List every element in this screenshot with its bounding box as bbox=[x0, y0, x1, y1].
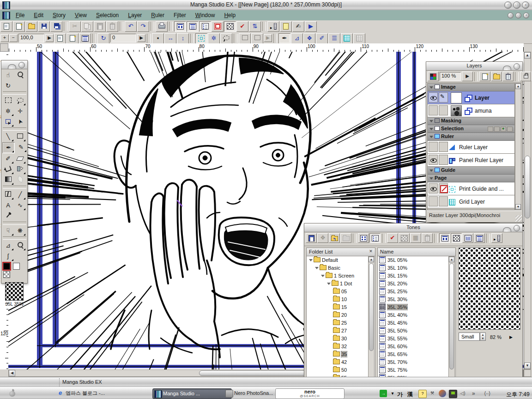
actual-size-button[interactable] bbox=[66, 33, 79, 44]
ruler-pen-button[interactable]: ✒ bbox=[278, 33, 290, 44]
vertical-scroll-thumb[interactable] bbox=[525, 156, 530, 218]
tones-menu-button[interactable] bbox=[491, 233, 502, 243]
layer-lock-button[interactable] bbox=[520, 72, 531, 81]
section-collapse-icon[interactable] bbox=[429, 169, 433, 172]
layer-row-amuna[interactable]: amuna bbox=[428, 104, 514, 117]
layer-section-masking[interactable]: Masking bbox=[428, 117, 514, 125]
folder-tree-item-30[interactable]: 30 bbox=[307, 335, 369, 343]
rotate-view-button[interactable]: ↻ bbox=[97, 33, 109, 44]
ime-korean-indicator[interactable]: 가 bbox=[397, 391, 403, 399]
current-tone-swatch[interactable] bbox=[5, 282, 24, 301]
grid-ruler-button[interactable] bbox=[341, 33, 353, 44]
reset-view-button[interactable]: ▪ bbox=[152, 33, 164, 44]
folder-tree-item-1-dot[interactable]: 1 Dot bbox=[307, 280, 369, 288]
menu-file[interactable]: File bbox=[11, 10, 29, 18]
vertical-scrollbar[interactable]: ▲ ▼ bbox=[524, 52, 531, 369]
pen-tool[interactable]: ✒ bbox=[2, 142, 15, 153]
layer-edit-cell[interactable] bbox=[439, 105, 448, 115]
section-collapse-icon[interactable] bbox=[429, 177, 433, 180]
flip-horizontal-button[interactable]: ↔ bbox=[164, 33, 176, 44]
open-button[interactable] bbox=[25, 21, 37, 32]
layer-edit-cell[interactable] bbox=[439, 142, 448, 152]
run-story-button[interactable]: ▶ bbox=[305, 21, 317, 32]
new-page-button[interactable] bbox=[0, 21, 12, 32]
layer-opacity-menu-button[interactable]: ▶ bbox=[462, 72, 473, 81]
save-all-button[interactable] bbox=[50, 21, 62, 32]
menu-window[interactable]: Window bbox=[191, 10, 220, 18]
tray-dropdown-icon[interactable]: ▾ bbox=[389, 390, 396, 397]
menu-help[interactable]: Help bbox=[219, 10, 240, 18]
folder-tree-item-25[interactable]: 25 bbox=[307, 319, 369, 327]
layer-row-ruler-layer[interactable]: Ruler Layer bbox=[428, 141, 514, 154]
selection-quick-button[interactable] bbox=[501, 127, 506, 132]
section-collapse-icon[interactable] bbox=[429, 120, 433, 122]
toggle-navigator-button[interactable] bbox=[212, 21, 224, 32]
layer-row-print-guide-and-[interactable]: Print Guide and ... bbox=[428, 182, 514, 195]
list-view-button[interactable] bbox=[369, 233, 381, 243]
menu-edit[interactable]: Edit bbox=[29, 10, 48, 18]
tone-item-35l-45-[interactable]: 35L 45% bbox=[378, 319, 449, 327]
tray-network-icon[interactable]: ⟨··⟩ bbox=[484, 390, 490, 399]
layers-scrollbar[interactable]: ▲ ▼ bbox=[515, 83, 521, 210]
tone-item-35l-35-[interactable]: 35L 35% bbox=[378, 303, 449, 311]
tone-item-35l-65-[interactable]: 35L 65% bbox=[378, 351, 449, 358]
paste-as-tone-button[interactable] bbox=[451, 233, 462, 243]
apply-tone-button[interactable]: ❖ bbox=[317, 233, 328, 243]
rectangle-tool[interactable] bbox=[14, 132, 26, 142]
object-selector-tool[interactable] bbox=[2, 117, 14, 127]
maximize-button[interactable]: □ bbox=[513, 1, 520, 9]
tone-size-spinner[interactable]: ▲▼ bbox=[480, 332, 486, 341]
layer-section-image[interactable]: Image bbox=[428, 84, 514, 91]
selection-quick-button[interactable] bbox=[507, 127, 513, 132]
tone-pattern-tool[interactable] bbox=[14, 175, 26, 185]
select-arrow-tool[interactable]: ➤ bbox=[14, 117, 26, 127]
foreground-color-swatch[interactable] bbox=[3, 263, 10, 270]
redo-button[interactable]: ↷ bbox=[137, 21, 149, 32]
tone-item-35l-30-[interactable]: 35L 30% bbox=[378, 296, 449, 303]
paste-as-lines-button[interactable] bbox=[474, 233, 485, 243]
menu-view[interactable]: View bbox=[70, 10, 91, 18]
marker-tool[interactable]: ✐ bbox=[2, 154, 14, 164]
check-tone-button[interactable]: ✔ bbox=[387, 233, 398, 243]
folder-tree-item-32[interactable]: 32 bbox=[307, 343, 369, 351]
eraser-tool[interactable] bbox=[14, 154, 26, 164]
page-menu-button[interactable]: ▶ bbox=[264, 34, 272, 42]
delete-button[interactable] bbox=[106, 21, 118, 32]
folder-tree-item-50[interactable]: 50 bbox=[307, 366, 369, 374]
curve-ruler-tool[interactable]: ∫ bbox=[2, 251, 14, 261]
layer-visibility-cell[interactable] bbox=[429, 92, 438, 103]
horizontal-ruler[interactable]: 5060708090100110120130140 bbox=[8, 43, 524, 52]
toggle-properties-button[interactable]: ✔ bbox=[236, 21, 248, 32]
folder-tree-item-1-screen[interactable]: 1 Screen bbox=[307, 272, 369, 280]
collapse-palette-button[interactable] bbox=[8, 64, 16, 69]
thumbnail-view-button[interactable] bbox=[358, 233, 369, 243]
zoom-in-button[interactable]: + bbox=[0, 34, 9, 42]
tone-preview-button[interactable] bbox=[399, 233, 410, 243]
new-layer-button[interactable] bbox=[479, 72, 490, 81]
new-page-template-button[interactable] bbox=[13, 21, 25, 32]
marquee-tool[interactable] bbox=[2, 96, 14, 106]
new-tone-button[interactable]: ▦ bbox=[410, 233, 421, 243]
toggle-tones-palette-button[interactable] bbox=[224, 21, 236, 32]
tree-expander-icon[interactable] bbox=[321, 275, 325, 277]
parallel-ruler-button[interactable]: ☰ bbox=[328, 33, 340, 44]
line-tool[interactable]: ╲ bbox=[2, 132, 14, 142]
tones-palette-titlebar[interactable]: Tones bbox=[304, 224, 522, 232]
minimize-button[interactable]: − bbox=[504, 1, 512, 9]
scroll-left-button[interactable]: ◀ bbox=[9, 370, 15, 376]
tone-item-35l-20-[interactable]: 35L 20% bbox=[378, 280, 449, 288]
focus-line-ruler-button[interactable]: ✐ bbox=[316, 33, 328, 44]
delete-layer-button[interactable] bbox=[502, 72, 514, 81]
ime-help-icon[interactable]: ? bbox=[418, 390, 427, 398]
layer-visibility-cell[interactable] bbox=[429, 183, 438, 193]
tone-item-35l-55-[interactable]: 35L 55% bbox=[378, 335, 449, 343]
name-column-header[interactable]: Name bbox=[380, 249, 393, 254]
menu-filter[interactable]: Filter bbox=[169, 10, 191, 18]
print-size-button[interactable] bbox=[79, 33, 91, 44]
tone-item-35l-05-[interactable]: 35L 05% bbox=[378, 256, 449, 264]
ruler-pen-tool[interactable]: ⊿ bbox=[2, 241, 14, 251]
tray-display-icon[interactable] bbox=[449, 390, 457, 398]
layer-edit-cell[interactable] bbox=[439, 155, 448, 165]
layer-section-selection[interactable]: Selection bbox=[428, 125, 514, 133]
ime-hanja-indicator[interactable]: 漢 bbox=[407, 391, 413, 399]
